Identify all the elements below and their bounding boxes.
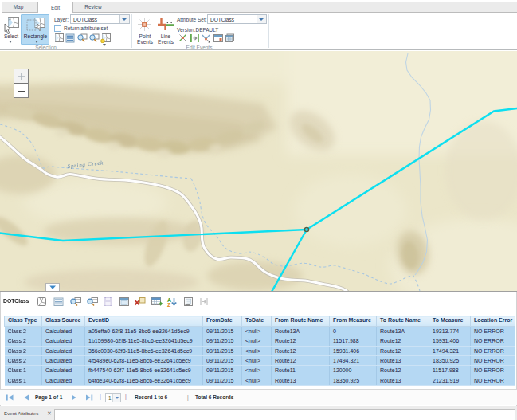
svg-text:Z: Z [167,302,171,308]
